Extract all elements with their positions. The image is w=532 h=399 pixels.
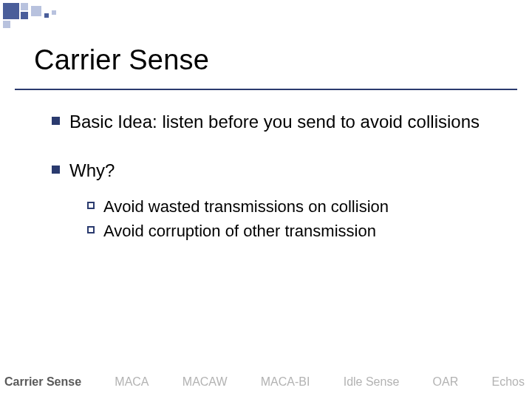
bullet-text: Why? — [69, 160, 115, 180]
subbullet-text: Avoid corruption of other transmission — [103, 222, 376, 240]
footer-nav-item[interactable]: Carrier Sense — [4, 375, 81, 389]
footer-nav: Carrier Sense MACA MACAW MACA-BI Idle Se… — [0, 375, 532, 389]
slide-title: Carrier Sense — [34, 44, 209, 76]
corner-decoration — [3, 3, 121, 33]
slide: Carrier Sense Basic Idea: listen before … — [0, 0, 532, 399]
footer-nav-item[interactable]: Idle Sense — [344, 375, 400, 389]
footer-nav-item[interactable]: MACA-BI — [261, 375, 310, 389]
footer-nav-item[interactable]: MACAW — [183, 375, 228, 389]
footer-nav-item[interactable]: OAR — [433, 375, 459, 389]
footer-nav-item[interactable]: MACA — [115, 375, 149, 389]
subbullet-group: Avoid wasted transmissions on collision … — [87, 197, 502, 242]
bullet-level1: Basic Idea: listen before you send to av… — [52, 111, 502, 133]
bullet-text: Basic Idea: listen before you send to av… — [69, 112, 480, 132]
slide-body: Basic Idea: listen before you send to av… — [52, 111, 502, 268]
footer-nav-item[interactable]: Echos — [491, 375, 524, 389]
bullet-level2: Avoid corruption of other transmission — [87, 221, 502, 242]
bullet-level2: Avoid wasted transmissions on collision — [87, 197, 502, 218]
subbullet-text: Avoid wasted transmissions on collision — [103, 197, 389, 216]
title-separator — [15, 89, 517, 90]
bullet-level1: Why? Avoid wasted transmissions on colli… — [52, 160, 502, 242]
